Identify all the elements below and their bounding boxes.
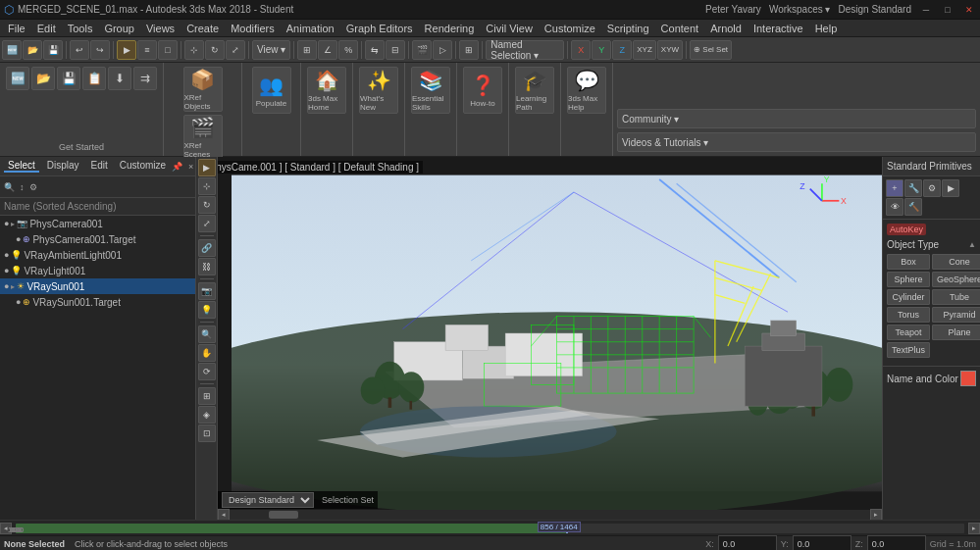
menu-civil-view[interactable]: Civil View: [480, 20, 538, 37]
vt-camera-btn[interactable]: 📷: [198, 282, 216, 300]
tree-item-physcam-target[interactable]: ● ⊕ PhysCamera001.Target: [0, 231, 195, 247]
scrollbar-h-thumb[interactable]: [269, 511, 298, 519]
xyz-button[interactable]: XYZ: [633, 40, 656, 60]
expand-vraysun[interactable]: ▸: [11, 282, 15, 291]
viewport-scrollbar-h[interactable]: ◂ ▸: [218, 510, 882, 520]
tab-customize[interactable]: Customize: [116, 160, 170, 173]
essential-btn[interactable]: 📚 Essential Skills: [411, 67, 450, 114]
reference-coord-dropdown[interactable]: View ▾: [252, 40, 290, 60]
pin-button[interactable]: 📌: [170, 158, 184, 175]
select-move-button[interactable]: ⊹: [184, 40, 204, 60]
select-scale-button[interactable]: ⤢: [226, 40, 245, 60]
vt-orbit-btn[interactable]: ⟳: [198, 363, 216, 380]
prim-torus[interactable]: Torus: [887, 307, 930, 323]
prim-pyramid[interactable]: Pyramid: [932, 307, 980, 323]
ribbon-save-btn[interactable]: 💾: [57, 67, 80, 90]
rect-select-button[interactable]: □: [158, 40, 178, 60]
scene-filter-btn[interactable]: 🔍: [2, 178, 17, 196]
prim-box[interactable]: Box: [887, 254, 930, 270]
close-panel-button[interactable]: ×: [186, 158, 195, 175]
progress-bar[interactable]: 0 100 200 300 400 500 600 700 800 900 10…: [16, 524, 964, 533]
viewport[interactable]: ▶ ⊹ ↻ ⤢ 🔗 ⛓ 📷 💡 🔍 ✋ ⟳ ⊞ ◈ ⊡ [ PhysCame.0…: [196, 157, 882, 520]
vt-scale-btn[interactable]: ⤢: [198, 215, 216, 232]
vt-select-btn[interactable]: ▶: [198, 159, 216, 176]
tree-item-vrayambient[interactable]: ● 💡 VRayAmbientLight001: [0, 247, 195, 263]
scene-options-btn[interactable]: ⚙: [27, 178, 39, 196]
vt-unlink-btn[interactable]: ⛓: [198, 258, 216, 275]
vis-icon-vraysun[interactable]: ●: [4, 281, 9, 291]
undo-button[interactable]: ↩: [70, 40, 89, 60]
menu-create[interactable]: Create: [181, 20, 225, 37]
menu-group[interactable]: Group: [98, 20, 140, 37]
named-selection-dropdown[interactable]: Named Selection ▾: [486, 40, 564, 60]
vt-zoom-btn[interactable]: 🔍: [198, 325, 216, 343]
scroll-left-btn[interactable]: ◂: [218, 509, 230, 520]
tree-item-vraysun[interactable]: ● ▸ ☀ VRaySun001: [0, 278, 195, 294]
scroll-right-btn[interactable]: ▸: [870, 509, 882, 520]
maximize-button[interactable]: □: [941, 3, 954, 17]
ribbon-import-btn[interactable]: ⬇: [108, 67, 131, 90]
z-axis-button[interactable]: Z: [612, 40, 632, 60]
menu-modifiers[interactable]: Modifiers: [225, 20, 281, 37]
populate-btn[interactable]: 👥 Populate: [252, 67, 291, 114]
vis-icon-vrayambient[interactable]: ●: [4, 250, 9, 260]
menu-edit[interactable]: Edit: [31, 20, 62, 37]
render-setup-button[interactable]: 🎬: [412, 40, 432, 60]
vt-misc2-btn[interactable]: ◈: [198, 406, 216, 424]
menu-interactive[interactable]: Interactive: [748, 20, 809, 37]
name-color-header[interactable]: Name and Color: [887, 371, 976, 386]
menu-tools[interactable]: Tools: [62, 20, 99, 37]
align-button[interactable]: ⊟: [386, 40, 405, 60]
vt-misc1-btn[interactable]: ⊞: [198, 387, 216, 405]
tree-item-vraysun-target[interactable]: ● ⊕ VRaySun001.Target: [0, 294, 195, 310]
howto-btn[interactable]: ❓ How-to: [463, 67, 502, 114]
ribbon-open-btn[interactable]: 📂: [31, 67, 55, 90]
menu-content[interactable]: Content: [655, 20, 705, 37]
motion-tab[interactable]: ▶: [942, 179, 959, 197]
ribbon-saveas-btn[interactable]: 📋: [82, 67, 106, 90]
vt-move-btn[interactable]: ⊹: [198, 177, 216, 195]
viewport-layout-button[interactable]: ⊞: [459, 40, 479, 60]
select-rotate-button[interactable]: ↻: [205, 40, 225, 60]
workspace-select[interactable]: Design Standard: [222, 492, 314, 508]
menu-arnold[interactable]: Arnold: [704, 20, 748, 37]
xref-objects-btn[interactable]: 📦 XRef Objects: [183, 67, 223, 112]
percent-snap-button[interactable]: %: [338, 40, 358, 60]
redo-button[interactable]: ↪: [90, 40, 110, 60]
learning-btn[interactable]: 🎓 Learning Path: [515, 67, 554, 114]
vt-link-btn[interactable]: 🔗: [198, 239, 216, 257]
tab-edit[interactable]: Edit: [87, 160, 112, 173]
menu-animation[interactable]: Animation: [281, 20, 340, 37]
home-btn[interactable]: 🏠 3ds Max Home: [307, 67, 346, 114]
vis-icon-vraysun-target[interactable]: ●: [16, 297, 21, 307]
vis-icon-vraylight[interactable]: ●: [4, 266, 9, 275]
modify-tab[interactable]: 🔧: [904, 179, 922, 197]
object-type-label[interactable]: Object Type ▲: [887, 239, 976, 250]
videos-tutorials-dropdown[interactable]: Videos & Tutorials ▾: [617, 132, 976, 152]
prim-textplus[interactable]: TextPlus: [887, 342, 930, 358]
expand-physcam[interactable]: ▸: [11, 220, 15, 228]
utilities-tab[interactable]: 🔨: [904, 198, 922, 216]
tree-item-physcam[interactable]: ● ▸ 📷 PhysCamera001: [0, 216, 195, 231]
snap-toggle-button[interactable]: ⊞: [297, 40, 317, 60]
minimize-button[interactable]: ─: [919, 3, 933, 17]
scene-sort-btn[interactable]: ↕: [18, 178, 26, 196]
hierarchy-tab[interactable]: ⚙: [923, 179, 941, 197]
menu-scripting[interactable]: Scripting: [601, 20, 655, 37]
display-tab[interactable]: 👁: [886, 198, 903, 216]
menu-customize[interactable]: Customize: [539, 20, 601, 37]
vis-icon-physcam-target[interactable]: ●: [16, 234, 21, 244]
save-button[interactable]: 💾: [43, 40, 63, 60]
prim-cylinder[interactable]: Cylinder: [887, 289, 930, 305]
tab-select[interactable]: Select: [4, 160, 39, 173]
community-dropdown[interactable]: Community ▾: [617, 109, 976, 128]
ribbon-new-btn[interactable]: 🆕: [6, 67, 29, 90]
menu-graph-editors[interactable]: Graph Editors: [340, 20, 419, 37]
prim-plane[interactable]: Plane: [932, 325, 980, 340]
render-button[interactable]: ▷: [433, 40, 452, 60]
color-swatch[interactable]: [960, 371, 976, 386]
prim-tube[interactable]: Tube: [932, 289, 980, 305]
whats-new-btn[interactable]: ✨ What's New: [359, 67, 398, 114]
create-tab[interactable]: +: [886, 179, 903, 197]
prim-teapot[interactable]: Teapot: [887, 325, 930, 340]
